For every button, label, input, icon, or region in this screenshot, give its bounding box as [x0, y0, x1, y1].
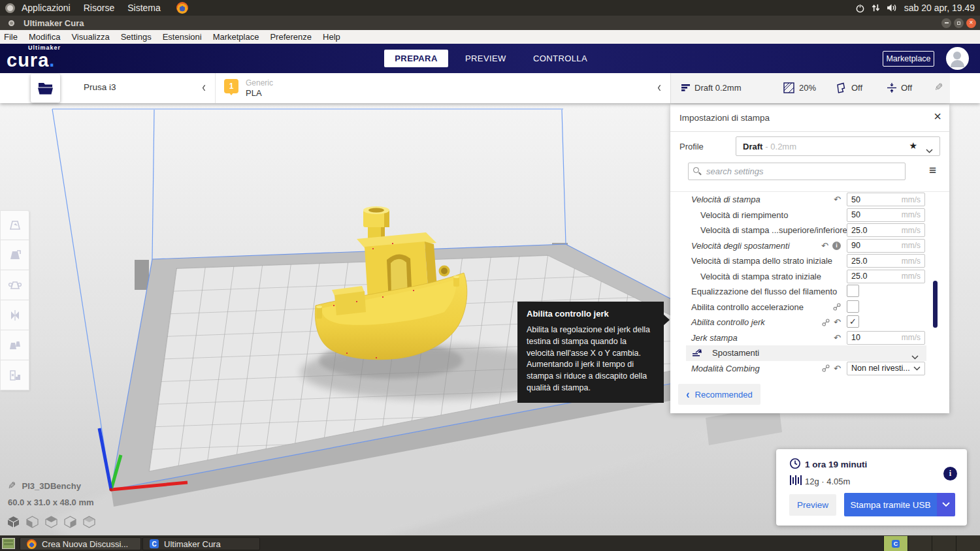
- maximize-button[interactable]: [954, 18, 964, 28]
- setting-row[interactable]: Velocità di stampa dello strato iniziale…: [670, 253, 949, 269]
- setting-row[interactable]: Equalizzazione del flusso del filamento: [670, 284, 949, 300]
- close-button[interactable]: ×: [966, 18, 976, 28]
- setting-row[interactable]: Velocità di stampa ...superiore/inferior…: [670, 223, 949, 238]
- workspace-1[interactable]: C: [883, 536, 907, 551]
- menu-visualizza[interactable]: Visualizza: [71, 32, 109, 42]
- account-avatar[interactable]: [946, 47, 969, 70]
- screen: Applicazioni Risorse Sistema sab 20 apr,…: [0, 0, 980, 551]
- scale-tool-button[interactable]: [0, 240, 29, 270]
- open-file-button[interactable]: [31, 74, 60, 102]
- chevron-down-icon[interactable]: [937, 493, 955, 516]
- setting-row[interactable]: Abilita controllo accelerazione: [670, 300, 949, 315]
- workspace-4[interactable]: [956, 536, 980, 551]
- menu-risorse[interactable]: Risorse: [84, 3, 114, 13]
- setting-value-field[interactable]: 50mm/s: [847, 208, 925, 222]
- rename-icon[interactable]: ✎: [8, 480, 16, 492]
- profile-suffix: - 0.2mm: [765, 142, 796, 151]
- reset-icon[interactable]: ↶: [834, 334, 841, 342]
- setting-value-field[interactable]: 25.0mm/s: [847, 270, 925, 283]
- window-icon: [8, 20, 14, 26]
- close-icon[interactable]: ×: [934, 110, 941, 123]
- menu-applicazioni[interactable]: Applicazioni: [22, 3, 71, 13]
- view-top-icon[interactable]: [44, 515, 58, 529]
- firefox-icon[interactable]: [176, 2, 188, 14]
- menu-help[interactable]: Help: [323, 32, 340, 42]
- settings-search-input[interactable]: [688, 163, 906, 180]
- reset-icon[interactable]: ↶: [834, 364, 841, 373]
- settings-rows: Velocità di stampa↶50mm/sVelocità di rie…: [670, 192, 949, 376]
- task-window-cura[interactable]: C Ultimaker Cura: [142, 537, 260, 550]
- view-front-icon[interactable]: [25, 515, 39, 529]
- settings-section-header[interactable]: Spostamenti: [686, 345, 926, 361]
- menu-estensioni[interactable]: Estensioni: [163, 32, 202, 42]
- setting-value-field[interactable]: 50mm/s: [847, 193, 925, 206]
- printer-selector[interactable]: Prusa i3 ‹: [60, 73, 216, 103]
- menu-sistema[interactable]: Sistema: [127, 3, 161, 13]
- setting-checkbox[interactable]: [847, 300, 859, 313]
- info-icon[interactable]: i: [943, 467, 957, 480]
- print-usb-button[interactable]: Stampa tramite USB: [844, 493, 955, 516]
- material-selector[interactable]: 1 Generic PLA ‹: [216, 73, 670, 103]
- network-icon[interactable]: [871, 3, 881, 12]
- task-window-firefox[interactable]: Crea Nuova Discussi...: [20, 537, 141, 550]
- setting-value-field[interactable]: 90mm/s: [847, 239, 925, 253]
- move-tool-button[interactable]: [0, 210, 29, 240]
- menu-modifica[interactable]: Modifica: [29, 32, 60, 42]
- menu-settings[interactable]: Settings: [121, 32, 152, 42]
- marketplace-button[interactable]: Marketplace: [883, 51, 934, 67]
- rotate-tool-button[interactable]: [0, 270, 29, 300]
- preview-button[interactable]: Preview: [789, 494, 836, 516]
- view-3d-icon[interactable]: [7, 515, 20, 529]
- per-model-settings-button[interactable]: [0, 330, 29, 360]
- setting-dropdown[interactable]: Non nel rivesti...: [847, 362, 925, 375]
- setting-row[interactable]: Abilita controllo jerk↶✓: [670, 315, 949, 330]
- setting-row[interactable]: Jerk stampa↶10mm/s: [670, 330, 949, 346]
- print-settings-summary[interactable]: Draft 0.2mm 20% Off Off ✎: [670, 73, 950, 103]
- pencil-icon[interactable]: ✎: [934, 81, 943, 93]
- setting-row[interactable]: Modalità Combing↶Non nel rivesti...: [670, 361, 949, 377]
- tab-prepara[interactable]: PREPARA: [384, 50, 448, 67]
- setting-value-field[interactable]: 10mm/s: [847, 331, 925, 345]
- setting-checkbox[interactable]: [847, 285, 859, 297]
- cura-icon: C: [892, 540, 900, 548]
- profile-dropdown[interactable]: Draft- 0.2mm ★: [736, 136, 940, 156]
- recommended-mode-button[interactable]: ‹ Recommended: [678, 384, 760, 405]
- star-icon[interactable]: ★: [909, 140, 917, 151]
- workspace-2[interactable]: [907, 536, 932, 551]
- model-name-label[interactable]: PI3_3DBenchy: [22, 481, 81, 491]
- support-blocker-button[interactable]: [0, 360, 29, 390]
- reset-icon[interactable]: ↶: [834, 195, 841, 204]
- setting-value-field[interactable]: 25.0mm/s: [847, 223, 925, 237]
- view-right-icon[interactable]: [82, 515, 96, 529]
- tab-controlla[interactable]: CONTROLLA: [533, 54, 587, 63]
- clock-label[interactable]: sab 20 apr, 19.49: [904, 3, 975, 13]
- setting-row[interactable]: Velocità di stampa strato iniziale25.0mm…: [670, 269, 949, 285]
- minimize-button[interactable]: [941, 18, 951, 28]
- settings-list[interactable]: Velocità di stampa↶50mm/sVelocità di rie…: [670, 191, 949, 376]
- menu-marketplace[interactable]: Marketplace: [213, 32, 259, 42]
- setting-row[interactable]: Velocità di riempimento50mm/s: [670, 208, 949, 223]
- view-left-icon[interactable]: [63, 515, 77, 529]
- setting-row[interactable]: Velocità di stampa↶50mm/s: [670, 192, 949, 208]
- volume-icon[interactable]: [887, 3, 898, 12]
- setting-row[interactable]: Velocità degli spostamenti↶i90mm/s: [670, 238, 949, 254]
- reset-icon[interactable]: ↶: [834, 318, 841, 326]
- power-icon[interactable]: [855, 3, 865, 13]
- move-icon: [8, 218, 22, 232]
- tab-preview[interactable]: PREVIEW: [465, 54, 506, 63]
- setting-checkbox[interactable]: ✓: [847, 315, 859, 328]
- menu-file[interactable]: File: [4, 32, 18, 42]
- setting-value-field[interactable]: 25.0mm/s: [847, 254, 925, 268]
- scrollbar-thumb[interactable]: [933, 281, 938, 328]
- hamburger-icon[interactable]: ≡: [929, 163, 936, 178]
- workspace-3[interactable]: [932, 536, 956, 551]
- adhesion-summary: Off: [901, 83, 912, 93]
- profile-summary: Draft 0.2mm: [694, 83, 742, 93]
- show-desktop-button[interactable]: [2, 538, 15, 549]
- setting-label: Velocità di stampa: [691, 195, 760, 204]
- mirror-icon: [8, 308, 22, 323]
- mirror-tool-button[interactable]: [0, 300, 29, 330]
- menu-preferenze[interactable]: Preferenze: [270, 32, 312, 42]
- ubuntu-logo-icon[interactable]: [5, 3, 15, 13]
- reset-icon[interactable]: ↶: [821, 242, 828, 250]
